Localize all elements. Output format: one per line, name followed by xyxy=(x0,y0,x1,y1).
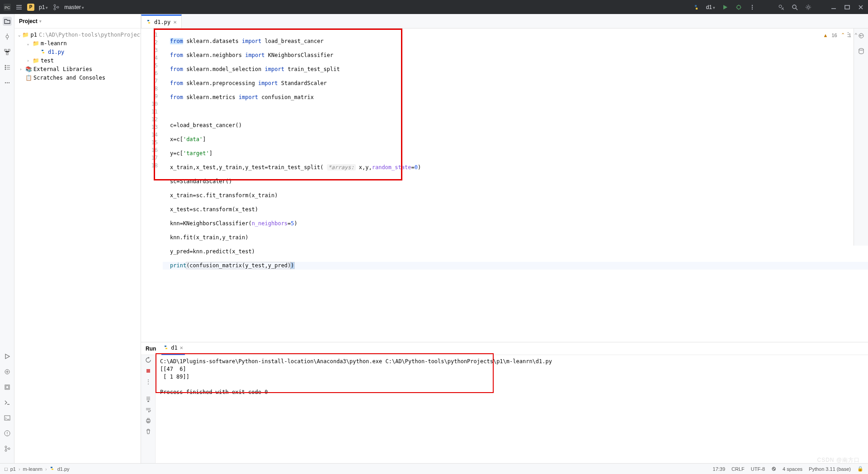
run-config-name[interactable]: d1▾ xyxy=(706,4,715,10)
main-shell: Project ▾ ⌄📁p1C:\AD\Python-tools\pythonP… xyxy=(0,14,868,463)
svg-point-22 xyxy=(8,82,9,83)
main-menu-icon[interactable] xyxy=(15,4,23,11)
status-interpreter[interactable]: Python 3.11 (base) xyxy=(809,466,851,472)
tree-row[interactable]: ⌄📁m-leanrn xyxy=(14,39,141,47)
weak-warning-icon: ⌃ xyxy=(841,32,845,38)
svg-rect-25 xyxy=(6,386,9,389)
print-icon[interactable] xyxy=(145,417,151,424)
python-packages-icon[interactable] xyxy=(3,367,12,376)
warning-icon: ▲ xyxy=(823,33,828,38)
breadcrumb[interactable]: □p1 ›m-leanrn › d1.py xyxy=(5,466,70,472)
branch-icon xyxy=(52,4,60,11)
python-console-icon[interactable] xyxy=(3,398,12,407)
tree-row[interactable]: d1.py xyxy=(14,47,141,56)
run-tab-close-icon[interactable]: × xyxy=(180,345,183,351)
svg-point-10 xyxy=(793,5,796,9)
more-tools-icon[interactable] xyxy=(3,78,12,87)
problems-icon[interactable] xyxy=(3,429,12,438)
tab-close-icon[interactable]: × xyxy=(173,19,177,25)
vcs-icon[interactable] xyxy=(3,444,12,453)
maximize-icon[interactable] xyxy=(844,4,851,11)
soft-wrap-icon[interactable] xyxy=(145,407,151,413)
project-panel-title: Project xyxy=(19,18,38,24)
title-bar: PC P p1▾ master▾ d1▾ xyxy=(0,0,868,14)
database-icon[interactable] xyxy=(857,47,866,56)
run-header-label: Run xyxy=(146,346,156,352)
svg-point-7 xyxy=(752,6,753,7)
inspection-chevron-icon[interactable]: ^ ⌄ xyxy=(855,32,863,38)
run-icon[interactable] xyxy=(722,4,729,11)
python-icon xyxy=(146,19,151,25)
project-panel-header: Project ▾ xyxy=(14,14,141,28)
project-tool-icon[interactable] xyxy=(3,17,12,26)
right-tool-strip xyxy=(854,28,868,246)
left-tool-strip xyxy=(0,14,14,463)
readonly-icon[interactable]: 🛇 xyxy=(771,466,776,472)
run-output[interactable]: C:\AD\1Plugins-software\Python-install-l… xyxy=(156,355,868,463)
project-name[interactable]: p1▾ xyxy=(39,4,48,10)
branch-name[interactable]: master▾ xyxy=(64,4,84,10)
watermark: CSDN @南方口 xyxy=(817,456,860,464)
settings-icon[interactable] xyxy=(805,4,812,11)
svg-rect-12 xyxy=(845,5,849,9)
status-line-sep[interactable]: CRLF xyxy=(731,466,745,472)
status-encoding[interactable]: UTF-8 xyxy=(751,466,765,472)
warning-count: 16 xyxy=(831,33,837,38)
search-icon[interactable] xyxy=(791,4,798,11)
run-tab[interactable]: d1 × xyxy=(161,342,185,355)
delete-icon[interactable] xyxy=(145,428,151,435)
svg-point-28 xyxy=(5,446,7,448)
svg-rect-33 xyxy=(147,418,149,420)
tree-row[interactable]: ⌄📁p1C:\AD\Python-tools\pythonProjects\p xyxy=(14,30,141,39)
minimize-icon[interactable] xyxy=(830,4,837,11)
editor-tab[interactable]: d1.py × xyxy=(141,14,182,28)
code-with-me-icon[interactable] xyxy=(778,4,785,11)
tree-row[interactable]: ›📁test xyxy=(14,56,141,65)
bookmarks-tool-icon[interactable] xyxy=(3,63,12,72)
svg-rect-31 xyxy=(146,369,150,373)
project-badge: P xyxy=(27,4,34,11)
svg-point-19 xyxy=(5,69,6,70)
code-content[interactable]: from sklearn.datasets import load_breast… xyxy=(163,28,868,342)
lock-icon[interactable]: 🔒 xyxy=(857,466,863,472)
status-bar: □p1 ›m-leanrn › d1.py 17:39 CRLF UTF-8 🛇… xyxy=(0,463,868,474)
run-tool-icon[interactable] xyxy=(3,352,12,361)
inspection-widget[interactable]: ▲16 ⌃1 ^ ⌄ xyxy=(823,32,863,38)
tree-row[interactable]: 📋Scratches and Consoles xyxy=(14,73,141,82)
tree-row[interactable]: ›📚External Libraries xyxy=(14,65,141,73)
close-icon[interactable] xyxy=(857,4,864,11)
status-caret-pos[interactable]: 17:39 xyxy=(713,466,726,472)
svg-text:PC: PC xyxy=(5,5,10,10)
editor-tabs: d1.py × ⋮ xyxy=(141,14,868,28)
svg-point-17 xyxy=(5,65,6,66)
svg-point-9 xyxy=(779,5,782,8)
svg-point-18 xyxy=(5,67,6,68)
run-tool-window: Run d1 × ⋮ xyxy=(141,342,868,463)
code-editor[interactable]: ▲16 ⌃1 ^ ⌄ 123456789101112131415161718 f… xyxy=(141,28,868,342)
terminal-icon[interactable] xyxy=(3,413,12,422)
scroll-to-end-icon[interactable] xyxy=(145,396,151,402)
commit-tool-icon[interactable] xyxy=(3,32,12,41)
status-indent[interactable]: 4 spaces xyxy=(783,466,802,472)
python-icon xyxy=(693,4,700,11)
debug-icon[interactable] xyxy=(735,4,742,11)
svg-point-21 xyxy=(6,82,7,83)
run-toolbar: ⋮ xyxy=(141,355,156,463)
svg-point-4 xyxy=(57,6,59,8)
project-tree[interactable]: ⌄📁p1C:\AD\Python-tools\pythonProjects\p … xyxy=(14,28,141,84)
svg-point-38 xyxy=(859,48,863,50)
project-panel: Project ▾ ⌄📁p1C:\AD\Python-tools\pythonP… xyxy=(14,14,141,463)
svg-rect-14 xyxy=(5,49,6,51)
svg-point-6 xyxy=(752,5,753,5)
svg-point-11 xyxy=(807,6,810,8)
editor-area: d1.py × ⋮ ▲16 ⌃1 ^ ⌄ 1234567891011121314… xyxy=(141,14,868,463)
structure-tool-icon[interactable] xyxy=(3,47,12,57)
svg-point-8 xyxy=(752,8,753,9)
svg-point-13 xyxy=(6,35,9,38)
more-icon[interactable] xyxy=(749,4,756,11)
stop-icon[interactable] xyxy=(145,368,151,374)
svg-point-2 xyxy=(54,5,56,6)
rerun-icon[interactable] xyxy=(145,357,151,363)
tab-label: d1.py xyxy=(154,19,170,25)
services-icon[interactable] xyxy=(3,383,12,392)
